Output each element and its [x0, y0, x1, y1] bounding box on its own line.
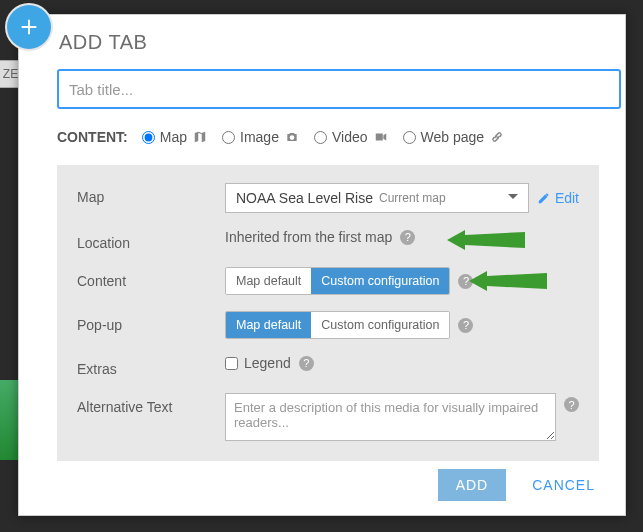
location-label: Location: [77, 229, 225, 251]
camera-icon: [284, 130, 300, 144]
content-toggle: Map default Custom configuration: [225, 267, 450, 295]
radio-map-input[interactable]: [142, 131, 155, 144]
alttext-label: Alternative Text: [77, 393, 225, 415]
radio-video-input[interactable]: [314, 131, 327, 144]
radio-image[interactable]: Image: [222, 129, 300, 145]
add-tab-modal: ADD TAB CONTENT: Map Image Video Web pag…: [18, 14, 626, 516]
plus-icon: [7, 5, 51, 49]
edit-icon: [537, 191, 551, 205]
content-setting-label: Content: [77, 267, 225, 289]
radio-video[interactable]: Video: [314, 129, 389, 145]
popup-label: Pop-up: [77, 311, 225, 333]
legend-checkbox-input[interactable]: [225, 357, 238, 370]
content-label: CONTENT:: [57, 129, 128, 145]
tab-title-input[interactable]: [57, 69, 621, 109]
radio-webpage[interactable]: Web page: [403, 129, 506, 145]
legend-checkbox[interactable]: Legend: [225, 355, 291, 371]
location-value: Inherited from the first map: [225, 229, 392, 245]
radio-webpage-input[interactable]: [403, 131, 416, 144]
radio-image-input[interactable]: [222, 131, 235, 144]
help-icon[interactable]: ?: [564, 397, 579, 412]
help-icon[interactable]: ?: [299, 356, 314, 371]
popup-default-button[interactable]: Map default: [226, 312, 311, 338]
settings-panel: Map NOAA Sea Level Rise Current map Edit…: [57, 165, 599, 461]
help-icon[interactable]: ?: [458, 274, 473, 289]
link-icon: [489, 130, 505, 144]
map-dropdown[interactable]: NOAA Sea Level Rise Current map: [225, 183, 529, 213]
video-icon: [373, 130, 389, 144]
cancel-button[interactable]: CANCEL: [526, 476, 601, 494]
add-button[interactable]: ADD: [438, 469, 507, 501]
modal-footer: ADD CANCEL: [438, 469, 601, 501]
alttext-input[interactable]: [225, 393, 556, 441]
edit-link[interactable]: Edit: [537, 190, 579, 206]
popup-toggle: Map default Custom configuration: [225, 311, 450, 339]
content-custom-button[interactable]: Custom configuration: [311, 268, 449, 294]
help-icon[interactable]: ?: [458, 318, 473, 333]
popup-custom-button[interactable]: Custom configuration: [311, 312, 449, 338]
help-icon[interactable]: ?: [400, 230, 415, 245]
radio-map[interactable]: Map: [142, 129, 208, 145]
content-default-button[interactable]: Map default: [226, 268, 311, 294]
map-label: Map: [77, 183, 225, 205]
map-icon: [192, 130, 208, 144]
modal-title: ADD TAB: [59, 31, 147, 54]
chevron-down-icon: [508, 194, 518, 204]
content-type-row: CONTENT: Map Image Video Web page: [57, 129, 505, 145]
extras-label: Extras: [77, 355, 225, 377]
